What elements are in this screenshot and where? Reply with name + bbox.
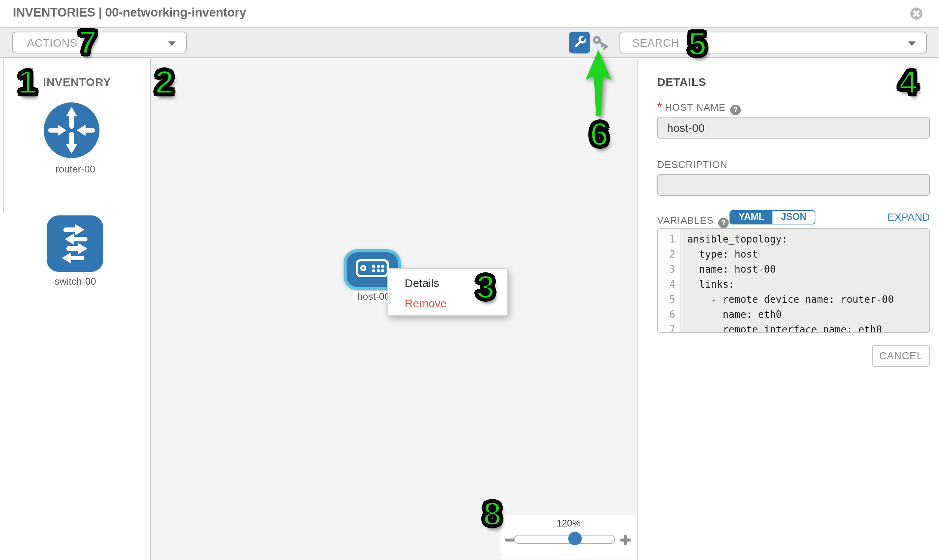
search-dropdown[interactable]: SEARCH: [620, 32, 927, 54]
annotation-4: 4: [899, 66, 917, 98]
host-name-input[interactable]: [657, 117, 930, 138]
zoom-out-button[interactable]: [505, 538, 515, 541]
sidebar-device-router[interactable]: [44, 102, 99, 158]
annotation-8: 8: [483, 497, 501, 530]
annotation-5: 5: [688, 27, 706, 60]
variables-editor[interactable]: 1 2 3 4 5 6 7 ansible_topology: type: ho…: [657, 228, 930, 333]
sidebar-device-switch[interactable]: [47, 215, 103, 272]
help-icon[interactable]: ?: [730, 105, 741, 115]
code-line: remote_interface_name: eth0: [681, 322, 929, 333]
inventory-topology-page: INVENTORIES | 00-networking-inventory AC…: [0, 0, 939, 560]
actions-dropdown[interactable]: ACTIONS: [12, 32, 187, 54]
host-icon: [356, 259, 389, 277]
json-toggle-button[interactable]: JSON: [773, 211, 815, 224]
host-name-label: HOST NAME: [665, 102, 725, 113]
page-header: INVENTORIES | 00-networking-inventory: [0, 0, 939, 27]
variables-label: VARIABLES: [657, 215, 714, 226]
zoom-slider-handle[interactable]: [568, 531, 582, 545]
device-label-router: router-00: [0, 163, 151, 175]
description-input[interactable]: [657, 174, 930, 196]
expand-link[interactable]: EXPAND: [854, 211, 930, 223]
chevron-down-icon: [168, 42, 176, 46]
variables-label-row: VARIABLES?: [657, 213, 729, 228]
details-panel-title: DETAILS: [657, 75, 706, 88]
line-number: 4: [658, 277, 680, 292]
chevron-down-icon: [908, 42, 916, 46]
code-line: name: host-00: [681, 262, 929, 277]
sidebar-inner-border: [3, 60, 4, 213]
line-number: 5: [658, 292, 680, 307]
required-asterisk: *: [657, 100, 661, 113]
code-line: ansible_topology:: [681, 232, 929, 247]
line-number: 2: [658, 247, 680, 262]
description-label-row: DESCRIPTION: [657, 157, 728, 171]
annotation-3: 3: [476, 271, 495, 303]
code-line: links:: [681, 277, 929, 292]
code-line: type: host: [681, 247, 929, 262]
line-number: 1: [658, 232, 680, 247]
switch-icon: [47, 215, 103, 272]
zoom-slider-track[interactable]: [514, 534, 615, 543]
annotation-up-arrow-icon: [580, 48, 617, 119]
line-number: 3: [658, 262, 680, 277]
annotation-1: 1: [18, 66, 37, 98]
inventory-title: INVENTORY: [43, 75, 111, 88]
code-line: name: eth0: [681, 307, 929, 322]
router-icon: [44, 102, 99, 158]
line-number: 6: [658, 307, 680, 322]
zoom-level-label: 120%: [500, 518, 637, 529]
device-label-switch: switch-00: [0, 276, 151, 287]
search-placeholder: SEARCH: [632, 37, 679, 49]
close-icon[interactable]: [910, 8, 922, 20]
annotation-7: 7: [79, 26, 97, 59]
zoom-slider-row: [500, 532, 637, 548]
editor-gutter: 1 2 3 4 5 6 7: [658, 229, 681, 333]
host-name-label-row: *HOST NAME?: [657, 100, 741, 115]
yaml-toggle-button[interactable]: YAML: [730, 211, 773, 224]
annotation-2: 2: [155, 66, 174, 98]
description-label: DESCRIPTION: [657, 159, 728, 170]
page-title: INVENTORIES | 00-networking-inventory: [13, 5, 246, 20]
line-number: 7: [658, 322, 680, 333]
annotation-6: 6: [590, 117, 609, 151]
zoom-control: 120%: [500, 514, 638, 560]
editor-code[interactable]: ansible_topology: type: host name: host-…: [681, 229, 929, 333]
format-toggle: YAML JSON: [729, 210, 816, 225]
help-icon[interactable]: ?: [718, 218, 729, 228]
zoom-in-button[interactable]: [620, 535, 631, 545]
code-line: - remote_device_name: router-00: [681, 292, 929, 307]
actions-dropdown-label: ACTIONS: [27, 37, 77, 49]
cancel-button[interactable]: CANCEL: [872, 345, 930, 367]
